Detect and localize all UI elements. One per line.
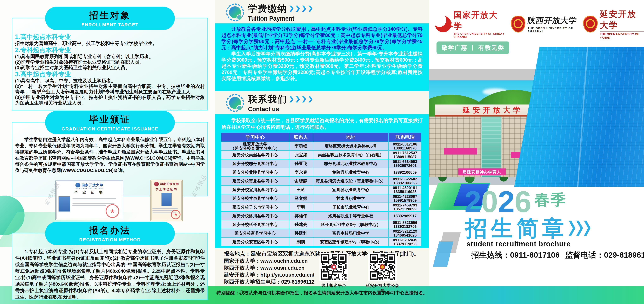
chevron-icon <box>308 96 312 102</box>
qr-module <box>326 274 327 275</box>
qr-module <box>339 266 340 267</box>
qr-module <box>344 271 346 272</box>
qr-module <box>380 278 381 280</box>
chevron-icon <box>576 221 583 236</box>
qr-module <box>387 276 388 277</box>
qr-module <box>386 267 387 269</box>
qr-module <box>330 255 331 257</box>
qr-module <box>343 267 344 269</box>
qr-module <box>393 277 394 279</box>
qr-module <box>334 278 336 280</box>
learning-centers-table: 学习中心联系人地址联系电话延安开放大学 （延安分校直属学习中心）李勇锋宝塔区双拥… <box>222 133 422 246</box>
qr-module <box>327 274 328 275</box>
qr-module <box>338 259 339 260</box>
qr-module <box>374 270 376 271</box>
qr-module <box>343 256 344 258</box>
qr-module <box>345 254 346 255</box>
table-cell-address: 子长市职业教育中心 <box>313 203 388 211</box>
qr-module <box>394 275 395 276</box>
qr-module <box>371 278 372 280</box>
qr-module <box>394 266 395 267</box>
qr-module <box>390 264 392 265</box>
middle-panel: 学费缴纳 Tuition Payment 开放教育各专业均按学分收取费用，高中起… <box>215 0 429 304</box>
qr-module <box>327 265 328 266</box>
qr-module <box>326 266 327 267</box>
qr-module <box>392 260 393 261</box>
qr-module <box>322 263 324 264</box>
qr-module <box>323 272 324 274</box>
qr-module <box>394 264 395 265</box>
qr-module <box>384 263 386 264</box>
qr-module <box>332 254 333 255</box>
qr-module <box>327 275 328 276</box>
qr-module <box>387 264 388 265</box>
qr-module <box>377 276 378 277</box>
qr-module <box>327 256 328 258</box>
qr-module <box>380 258 381 259</box>
qr-module <box>333 254 334 255</box>
qr-module <box>345 260 346 261</box>
qr-module <box>392 259 393 260</box>
qr-module <box>377 274 378 275</box>
qr-module <box>344 259 346 260</box>
section-title-cn: 招生对象 <box>45 9 175 22</box>
qr-module <box>371 260 372 261</box>
qr-module <box>384 260 386 261</box>
qr-module <box>333 261 334 263</box>
qr-module <box>339 261 340 263</box>
logo-open-university-yanan: 延安开放大学 THE OPEN UNIVERSITY OF YANAN <box>583 9 644 40</box>
qr-module <box>380 276 382 277</box>
qr-module <box>327 260 328 261</box>
qr-module <box>322 269 324 270</box>
qr-module <box>344 277 346 279</box>
qr-module <box>338 265 339 266</box>
qr-module <box>344 266 346 267</box>
qr-module <box>390 270 392 271</box>
qr-module <box>387 258 388 259</box>
qr-module <box>386 256 387 258</box>
table-cell-address: 黄龙县河滨大道东段（黄龙职教中心） <box>313 177 388 185</box>
qr-module <box>374 276 376 277</box>
qr-module <box>327 266 328 267</box>
qr-module <box>390 276 392 277</box>
qr-module <box>371 254 372 255</box>
qr-module <box>384 254 386 255</box>
qr-module <box>394 278 395 280</box>
gray-decor-band <box>429 69 538 80</box>
qr-module <box>332 276 333 277</box>
qr-module <box>339 258 340 259</box>
qr-module <box>377 271 378 272</box>
qr-module <box>376 271 377 272</box>
qr-module <box>321 259 322 260</box>
qr-module <box>387 267 388 269</box>
qr-module <box>384 277 386 279</box>
qr-module <box>371 269 372 270</box>
qr-module <box>389 263 390 264</box>
building-banner-text: 用延安精神办学育人 <box>458 168 506 175</box>
certificate-header: 国家开放大学 <box>152 182 180 186</box>
qr-module <box>380 276 381 277</box>
qr-module <box>339 265 340 266</box>
qr-module <box>331 274 332 275</box>
qr-module <box>389 271 390 272</box>
certificate-photo <box>162 193 172 206</box>
qr-module <box>334 260 336 261</box>
qr-module <box>383 270 384 271</box>
qr-module <box>331 263 332 264</box>
table-cell-phones: 0911-801710618091168978 <box>389 142 421 150</box>
table-cell-contact-person: 郭雄伟 <box>289 212 313 220</box>
qr-module <box>327 254 328 255</box>
qr-module <box>326 258 327 259</box>
qr-module <box>342 269 343 270</box>
qr-module <box>328 269 330 270</box>
qr-module <box>339 276 340 277</box>
qr-module <box>343 258 344 259</box>
qr-module <box>389 267 390 269</box>
qr-module <box>323 266 324 267</box>
qr-module <box>339 267 340 269</box>
qr-module <box>342 271 343 272</box>
qr-module <box>328 260 330 261</box>
qr-module <box>345 274 346 275</box>
qr-module <box>323 255 324 257</box>
qr-module <box>377 277 378 279</box>
